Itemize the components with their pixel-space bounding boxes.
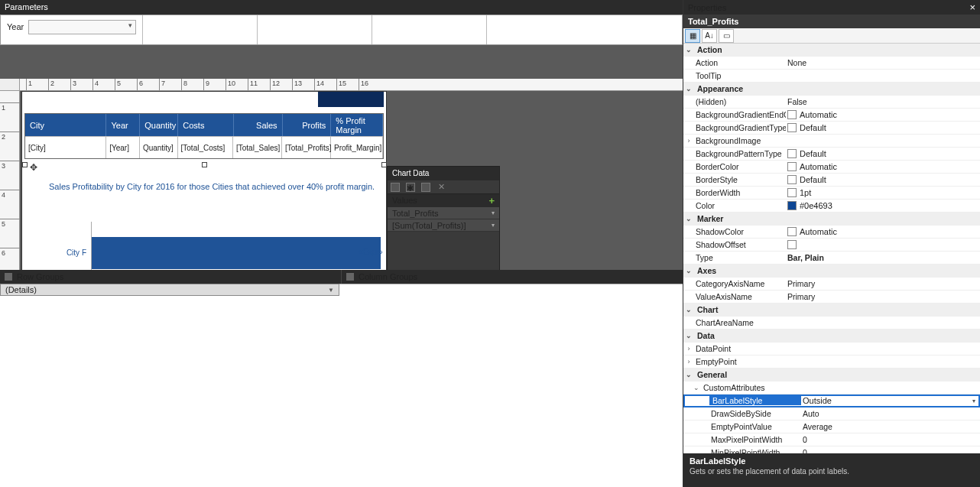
category-label: City F bbox=[57, 248, 86, 257]
expand-icon[interactable]: ⌄ bbox=[683, 267, 694, 274]
row-groups-header[interactable]: Row Groups bbox=[0, 270, 342, 284]
cell-year[interactable]: [Year] bbox=[106, 136, 140, 158]
expand-icon[interactable]: ⌄ bbox=[683, 46, 694, 54]
param-year-label: Year bbox=[7, 20, 24, 31]
add-value-icon[interactable]: + bbox=[488, 194, 495, 207]
column-groups-icon bbox=[346, 273, 354, 281]
parameters-panel-header: Parameters bbox=[0, 0, 683, 15]
row-groups-icon bbox=[5, 273, 12, 281]
report-page[interactable]: City Year Quantity Costs Sales Profits %… bbox=[21, 91, 387, 270]
expand-icon[interactable]: ⌄ bbox=[683, 85, 694, 93]
chart-data-tool[interactable] bbox=[421, 183, 430, 192]
chart-data-tool[interactable] bbox=[391, 183, 400, 192]
property-description: BarLabelStyle Gets or sets the placement… bbox=[683, 453, 980, 487]
chart-data-tool[interactable]: ✱ bbox=[406, 183, 415, 192]
prop-bar-label-style[interactable]: BarLabelStyle bbox=[709, 396, 801, 405]
expand-icon[interactable]: › bbox=[683, 358, 694, 365]
prop-shadow-color[interactable]: ShadowColor bbox=[694, 227, 786, 236]
prop-bg-gradient-type[interactable]: BackgroundGradientType bbox=[694, 123, 786, 132]
expand-icon[interactable]: › bbox=[683, 345, 694, 352]
param-year-select[interactable] bbox=[28, 20, 136, 34]
prop-value-axis[interactable]: ValueAxisName bbox=[694, 292, 786, 301]
prop-tooltip[interactable]: ToolTip bbox=[694, 71, 786, 80]
design-canvas[interactable]: City Year Quantity Costs Sales Profits %… bbox=[20, 91, 683, 270]
expand-icon[interactable]: ⌄ bbox=[683, 371, 694, 378]
selection-move-handle[interactable]: ✥ bbox=[30, 162, 37, 173]
chart-region[interactable]: City F «Expr» City E «Expr» City D «Expr… bbox=[37, 199, 385, 270]
properties-close-button[interactable]: × bbox=[969, 2, 975, 13]
prop-type[interactable]: Type bbox=[694, 253, 786, 262]
cell-sales[interactable]: [Total_Sales] bbox=[233, 136, 282, 158]
prop-datapoint[interactable]: DataPoint bbox=[694, 344, 786, 353]
prop-shadow-offset[interactable]: ShadowOffset bbox=[694, 240, 786, 249]
col-sales[interactable]: Sales bbox=[234, 114, 283, 136]
expand-icon[interactable]: › bbox=[683, 137, 694, 144]
properties-header: Properties × bbox=[683, 0, 980, 15]
resize-handle[interactable] bbox=[202, 162, 207, 167]
value-agg-item[interactable]: [Sum(Total_Profits)]▾ bbox=[388, 219, 499, 232]
values-section[interactable]: Values + bbox=[388, 194, 499, 207]
prop-border-style[interactable]: BorderStyle bbox=[694, 175, 786, 184]
chart-title-text[interactable]: Sales Profitability by City for 2016 for… bbox=[49, 182, 375, 191]
property-grid[interactable]: ⌄Action ActionNone ToolTip ⌄Appearance (… bbox=[683, 44, 980, 453]
cell-quantity[interactable]: Quantity] bbox=[140, 136, 178, 158]
header-decoration bbox=[318, 92, 384, 107]
col-costs[interactable]: Costs bbox=[178, 114, 234, 136]
expand-icon[interactable]: ⌄ bbox=[683, 332, 694, 339]
cell-costs[interactable]: [Total_Costs] bbox=[178, 136, 233, 158]
cell-profits[interactable]: [Total_Profits] bbox=[282, 136, 331, 158]
prop-bg-pattern[interactable]: BackgroundPatternType bbox=[694, 149, 786, 158]
col-year[interactable]: Year bbox=[106, 114, 140, 136]
resize-handle[interactable] bbox=[381, 162, 387, 167]
vertical-ruler: 12345678910 bbox=[0, 91, 20, 270]
prop-bg-image[interactable]: BackgroundImage bbox=[694, 136, 786, 145]
row-groups-label: Row Groups bbox=[17, 272, 63, 281]
values-label: Values bbox=[392, 194, 417, 207]
prop-custom-attributes[interactable]: CustomAttributes bbox=[702, 383, 793, 392]
col-profits[interactable]: Profits bbox=[283, 114, 332, 136]
chart-bar[interactable] bbox=[92, 237, 381, 269]
alphabetical-button[interactable]: A↓ bbox=[702, 29, 717, 43]
resize-handle[interactable] bbox=[22, 162, 28, 167]
horizontal-ruler: 12345678910111213141516 bbox=[20, 79, 683, 90]
prop-draw-side[interactable]: DrawSideBySide bbox=[709, 409, 801, 418]
col-quantity[interactable]: Quantity bbox=[140, 114, 178, 136]
column-groups-label: Column Groups bbox=[359, 272, 417, 281]
prop-max-pixel[interactable]: MaxPixelPointWidth bbox=[709, 435, 801, 444]
prop-action[interactable]: Action bbox=[694, 58, 786, 67]
properties-toolbar: ▦ A↓ ▭ bbox=[683, 28, 980, 44]
prop-color[interactable]: Color bbox=[694, 201, 786, 210]
categorized-button[interactable]: ▦ bbox=[685, 29, 700, 43]
cell-city[interactable]: [City] bbox=[25, 136, 106, 158]
chart-data-delete[interactable]: ✕ bbox=[436, 183, 446, 192]
expand-icon[interactable]: ⌄ bbox=[683, 215, 694, 222]
prop-category-axis[interactable]: CategoryAxisName bbox=[694, 279, 786, 288]
row-group-details[interactable]: (Details)▼ bbox=[0, 284, 339, 296]
col-city[interactable]: City bbox=[25, 114, 106, 136]
prop-empty-point-value[interactable]: EmptyPointValue bbox=[709, 422, 801, 431]
value-series-item[interactable]: Total_Profits▾ bbox=[388, 207, 499, 219]
chart-data-panel[interactable]: Chart Data ✱ ✕ Values + Total_Profits▾ [… bbox=[387, 166, 500, 270]
col-margin[interactable]: % Profit Margin bbox=[331, 114, 383, 136]
prop-min-pixel[interactable]: MinPixelPointWidth bbox=[709, 448, 801, 453]
cell-margin[interactable]: Profit_Margin] bbox=[331, 136, 383, 158]
properties-object-name[interactable]: Total_Profits bbox=[683, 15, 980, 28]
prop-border-color[interactable]: BorderColor bbox=[694, 162, 786, 171]
prop-border-width[interactable]: BorderWidth bbox=[694, 188, 786, 197]
property-pages-button[interactable]: ▭ bbox=[719, 29, 734, 43]
chart-data-title: Chart Data bbox=[388, 167, 499, 180]
prop-emptypoint[interactable]: EmptyPoint bbox=[694, 357, 786, 366]
parameters-body: Year bbox=[0, 15, 683, 45]
tablix[interactable]: City Year Quantity Costs Sales Profits %… bbox=[24, 113, 384, 159]
prop-chart-area[interactable]: ChartAreaName bbox=[694, 318, 786, 327]
prop-bg-end-color[interactable]: BackgroundGradientEndColor bbox=[694, 110, 786, 119]
expand-icon[interactable]: ⌄ bbox=[683, 306, 694, 313]
column-groups-header[interactable]: Column Groups bbox=[342, 270, 683, 284]
expand-icon[interactable]: ⌄ bbox=[683, 384, 702, 391]
bar-data-label: «Expr» bbox=[359, 248, 383, 256]
prop-hidden[interactable]: (Hidden) bbox=[694, 97, 786, 106]
